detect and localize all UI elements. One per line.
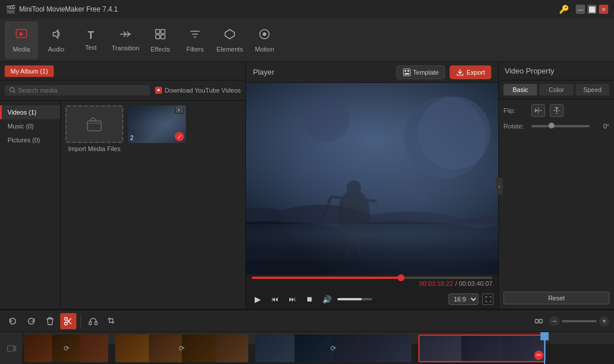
import-media-item[interactable]: Import Media Files xyxy=(65,105,123,152)
reset-section: Reset xyxy=(503,292,609,304)
filters-icon xyxy=(189,28,201,43)
toolbar-filters[interactable]: Filters xyxy=(178,21,212,59)
sidebar-item-music[interactable]: Music (0) xyxy=(0,119,60,133)
filters-label: Filters xyxy=(186,46,204,53)
rotate-slider[interactable] xyxy=(531,125,590,127)
media-item-2[interactable]: ✓ 2 xyxy=(128,105,186,152)
title-bar: 🎬 MiniTool MovieMaker Free 7.4.1 🔑 — ⬜ ✕ xyxy=(0,0,614,19)
restore-button[interactable]: ⬜ xyxy=(587,5,597,14)
text-label: Text xyxy=(85,44,97,51)
svg-rect-43 xyxy=(8,345,14,351)
left-panel-content: Videos (1) Music (0) Pictures (0) Import… xyxy=(0,101,245,309)
text-icon: T xyxy=(88,30,94,42)
toolbar-effects[interactable]: Effects xyxy=(144,21,177,59)
flip-h-icon xyxy=(534,107,542,114)
headphones-icon xyxy=(89,317,98,326)
template-button[interactable]: Template xyxy=(396,65,446,79)
toolbar-separator-1 xyxy=(80,315,81,328)
flip-label: Flip: xyxy=(503,107,527,114)
effects-icon xyxy=(154,28,167,43)
settings-icon[interactable]: 🔑 xyxy=(559,5,569,14)
tab-speed[interactable]: Speed xyxy=(576,84,609,95)
fullscreen-button[interactable]: ⛶ xyxy=(482,293,494,305)
timeline-progress-bar[interactable] xyxy=(252,277,492,279)
video-track-row: ⟳ ⟳ xyxy=(0,332,614,364)
zoom-in-button[interactable]: + xyxy=(599,316,609,326)
volume-fill xyxy=(337,298,362,300)
app-title: MiniTool MovieMaker Free 7.4.1 xyxy=(19,5,118,13)
current-time: 00:03:18.22 xyxy=(420,280,453,287)
toolbar-audio[interactable]: Audio xyxy=(39,21,73,59)
redo-icon xyxy=(27,317,36,326)
next-frame-button[interactable]: ⏭ xyxy=(285,292,299,306)
clip-1[interactable]: ⟳ xyxy=(24,334,108,362)
clip-3[interactable]: ⟳ xyxy=(255,334,411,362)
tab-color[interactable]: Color xyxy=(539,84,573,95)
close-button[interactable]: ✕ xyxy=(599,5,608,14)
sidebar-item-pictures[interactable]: Pictures (0) xyxy=(0,133,60,147)
yt-download-button[interactable]: Download YouTube Videos xyxy=(155,86,241,94)
svg-rect-16 xyxy=(87,121,101,131)
zoom-out-button[interactable]: − xyxy=(549,316,560,326)
scissors-button[interactable] xyxy=(60,313,76,329)
export-button[interactable]: Export xyxy=(450,65,491,79)
elements-label: Elements xyxy=(216,46,243,53)
media-label: Media xyxy=(13,46,30,53)
clip-2[interactable]: ⟳ xyxy=(115,334,248,362)
title-bar-controls: 🔑 — ⬜ ✕ xyxy=(559,5,608,14)
bottom-section: − + 55.5s 1.8m 2.8m 3.7m xyxy=(0,309,614,364)
reset-button[interactable]: Reset xyxy=(503,292,609,304)
minimize-button[interactable]: — xyxy=(576,5,585,14)
panel-collapse-button[interactable]: › xyxy=(496,178,503,195)
flip-horizontal-button[interactable] xyxy=(531,104,545,117)
clip-repeat-icon-2: ⟳ xyxy=(179,344,185,352)
tab-basic[interactable]: Basic xyxy=(503,84,537,95)
media-grid: Import Media Files ✓ 2 xyxy=(61,101,245,309)
track-settings-button[interactable] xyxy=(531,313,547,329)
search-box[interactable] xyxy=(5,85,150,95)
svg-rect-22 xyxy=(405,73,409,75)
audio-label: Audio xyxy=(48,46,64,53)
video-track-content: ⟳ ⟳ xyxy=(23,332,614,364)
timeline-thumb[interactable] xyxy=(398,274,405,281)
undo-button[interactable] xyxy=(5,313,21,329)
toolbar-text[interactable]: T Text xyxy=(74,21,108,59)
toolbar-elements[interactable]: Elements xyxy=(213,21,247,59)
clip-4-selected[interactable]: ✂ xyxy=(418,334,546,362)
timeline-times: 00:03:18.22 / 00:03:40.07 xyxy=(252,279,492,288)
player-timeline: 00:03:18.22 / 00:03:40.07 xyxy=(246,274,498,289)
redo-button[interactable] xyxy=(23,313,39,329)
volume-slider[interactable] xyxy=(337,298,372,300)
sidebar-item-videos[interactable]: Videos (1) xyxy=(0,105,60,119)
stop-button[interactable]: ⏹ xyxy=(303,292,317,306)
crop-button[interactable] xyxy=(104,313,120,329)
motion-icon xyxy=(258,28,271,43)
delete-button[interactable] xyxy=(42,313,58,329)
flip-v-icon xyxy=(553,106,560,115)
motion-label: Motion xyxy=(255,46,274,53)
import-folder-icon xyxy=(86,116,102,133)
template-icon xyxy=(403,68,411,76)
svg-rect-21 xyxy=(407,70,409,72)
player-header: Player Template Export xyxy=(246,62,498,83)
clip-scissors-icon: ✂ xyxy=(534,351,543,360)
zoom-slider[interactable] xyxy=(562,320,597,322)
mute-button[interactable]: 🔊 xyxy=(320,292,334,306)
scissors-icon xyxy=(64,317,73,326)
prev-frame-button[interactable]: ⏮ xyxy=(268,292,282,306)
right-panel: Video Property Basic Color Speed Flip: xyxy=(498,62,614,309)
flip-vertical-button[interactable] xyxy=(550,104,564,117)
play-button[interactable]: ▶ xyxy=(251,292,264,306)
media-thumb-2: ✓ 2 xyxy=(128,105,186,143)
toolbar-motion[interactable]: Motion xyxy=(248,21,281,59)
search-input[interactable] xyxy=(18,87,145,94)
timeline-track-area: 55.5s 1.8m 2.8m 3.7m ⟳ xyxy=(0,332,614,364)
audio-detach-button[interactable] xyxy=(85,313,101,329)
export-icon xyxy=(456,68,464,76)
aspect-ratio-select[interactable]: 16:9 4:3 1:1 xyxy=(448,293,479,305)
toolbar-transition[interactable]: Transition xyxy=(109,21,142,59)
tab-myalbum[interactable]: My Album (1) xyxy=(5,65,54,77)
media-icon xyxy=(15,28,28,43)
toolbar-media[interactable]: Media xyxy=(5,21,38,59)
svg-marker-1 xyxy=(20,32,24,36)
